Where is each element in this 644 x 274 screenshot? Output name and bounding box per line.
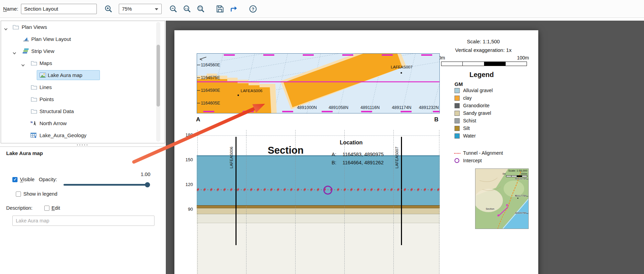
section-endpoint-b: B: [434, 116, 438, 123]
location-row-b: B: 1164664, 4891262: [332, 160, 384, 165]
inset-northing-label: 4891775N: [515, 194, 527, 197]
tunnel-alignment: #·#·#·#·#·#·#·#·#·#·#·#·#·#·#·#·#·#·#·#·…: [197, 187, 440, 193]
tree-item-strip-view[interactable]: Strip View: [1, 46, 156, 56]
drillhole-label: LAFEAS007: [389, 65, 415, 69]
zoom-level-value: 75%: [122, 6, 132, 12]
chevron-down-icon[interactable]: [12, 50, 16, 56]
geology-table-icon: [31, 133, 37, 140]
elevation-label: 90: [179, 207, 193, 212]
layout-name-input[interactable]: [21, 4, 97, 14]
tree-item-label: Points: [39, 94, 54, 104]
description-label: Description:: [6, 205, 33, 211]
tree-item-lines[interactable]: Lines: [1, 82, 156, 92]
pale-unit-2: [197, 223, 440, 274]
legend-item-label: Water: [463, 133, 476, 139]
inset-scale-text: Scale: 1:55,000: [508, 169, 527, 172]
borehole-label: LAFEAS006: [229, 135, 233, 168]
tree-item-label: Structural Data: [39, 106, 74, 116]
tree-item-plan-view-layout[interactable]: Plan View Layout: [1, 34, 156, 44]
tree-item-north-arrow[interactable]: N North Arrow: [1, 118, 156, 128]
location-a-value: 1164583, 4890975: [343, 152, 384, 157]
section-gridline: [393, 130, 394, 274]
map-image-icon: [39, 73, 46, 79]
legend-item-label: Sandy gravel: [463, 110, 491, 116]
show-in-legend-checkbox[interactable]: [16, 191, 21, 197]
legend-item-label: Silt: [463, 125, 470, 131]
properties-panel: Lake Aura map 1.00 Visible Opacity: Show…: [0, 146, 165, 274]
zoom-out-button[interactable]: [168, 3, 179, 14]
zoom-fit-button[interactable]: [195, 3, 206, 14]
panel-splitter[interactable]: [73, 143, 91, 146]
plan-view-layout-icon: [23, 36, 29, 43]
elevation-label: 180: [179, 132, 193, 138]
elevation-label: 150: [179, 157, 193, 162]
tree-item-label: North Arrow: [39, 118, 67, 128]
tree-item-label: Maps: [39, 58, 52, 68]
legend-item-label: clay: [463, 95, 472, 101]
strip-map-graphic: [197, 54, 439, 113]
description-input[interactable]: [12, 216, 154, 226]
strip-view-icon: [22, 48, 29, 55]
legend-item-label: Alluvial gravel: [463, 88, 493, 93]
legend-swatch: [455, 111, 460, 116]
inset-section-label: Section: [486, 207, 494, 210]
chevron-down-icon[interactable]: [4, 26, 8, 32]
page-scale-text: Scale: 1:1,500: [428, 39, 538, 44]
legend-item-label: Schist: [463, 118, 476, 123]
description-edit-checkbox[interactable]: [44, 206, 49, 211]
zoom-level-select[interactable]: 75%: [119, 4, 162, 14]
save-button[interactable]: [215, 3, 226, 14]
scalebar-right-label: 100m: [515, 55, 529, 61]
tree-item-structural-data[interactable]: Structural Data: [1, 106, 156, 116]
inset-scalebar-right-label: 1000m: [520, 173, 527, 175]
legend-title: Legend: [452, 71, 511, 79]
layout-page[interactable]: Scale: 1:1,500 Vertical exaggeration: 1x…: [174, 30, 538, 274]
export-button[interactable]: [228, 3, 239, 14]
tree-item-label: Lake_Aura_Geology: [39, 130, 87, 140]
opacity-label: Opacity:: [39, 177, 57, 182]
tree-item-maps[interactable]: Maps: [1, 58, 156, 68]
elevation-label: 120: [179, 182, 193, 187]
tree-item-label: Strip View: [31, 46, 54, 56]
tree-item-lake-aura-geology[interactable]: Lake_Aura_Geology: [1, 130, 156, 140]
description-edit-label: Edit: [51, 205, 60, 211]
tree-scrollbar-track[interactable]: [156, 22, 160, 142]
opacity-slider-thumb[interactable]: [145, 182, 150, 187]
legend-swatch: [455, 133, 460, 139]
tree-item-plan-views[interactable]: Plan Views: [1, 22, 156, 32]
tree-item-points[interactable]: Points: [1, 94, 156, 104]
legend-item-label: Granodiorite: [463, 103, 490, 108]
svg-text:1:1: 1:1: [185, 7, 188, 9]
section-gridline: [197, 130, 198, 274]
strip-map: 1164560E 1164575E 1164590E 1164605E 4891…: [197, 53, 440, 113]
toolbar: Name: 75% 1:1: [0, 0, 644, 18]
inset-northing-label: 4892575N: [515, 177, 527, 180]
sandy-gravel-unit: [197, 208, 440, 214]
zoom-actual-size-button[interactable]: 1:1: [182, 3, 193, 14]
tree-item-label: Lake Aura map: [48, 70, 82, 80]
folder-icon: [13, 24, 19, 31]
location-row-a: A: 1164583, 4890975: [332, 152, 384, 157]
help-button[interactable]: ?: [248, 3, 258, 14]
layout-tree-panel: Plan Views Plan View Layout Strip View M…: [1, 21, 165, 143]
visible-checkbox[interactable]: [12, 177, 18, 182]
tree-item-lake-aura-map[interactable]: Lake Aura map: [1, 70, 156, 80]
inset-scalebar-left-label: 0m: [503, 173, 506, 175]
name-label: Name:: [3, 6, 18, 12]
intercept-icon: [455, 158, 459, 163]
inset-northing-label: 4890975N: [515, 211, 527, 215]
zoom-in-button[interactable]: [103, 3, 114, 14]
legend-swatch: [455, 118, 460, 123]
location-b-label: B:: [332, 160, 336, 165]
layout-canvas[interactable]: Scale: 1:1,500 Vertical exaggeration: 1x…: [166, 21, 644, 274]
legend-swatch: [455, 126, 460, 131]
properties-title: Lake Aura map: [6, 150, 43, 156]
vertical-exaggeration-text: Vertical exaggeration: 1x: [428, 47, 538, 53]
silt-unit: [197, 205, 440, 208]
chevron-down-icon[interactable]: [21, 62, 25, 68]
folder-icon: [31, 109, 37, 115]
tree-item-label: Plan View Layout: [31, 34, 71, 44]
intercept-marker: [323, 186, 332, 195]
tree-scrollbar-thumb[interactable]: [157, 45, 160, 107]
opacity-slider-track[interactable]: [64, 184, 150, 186]
